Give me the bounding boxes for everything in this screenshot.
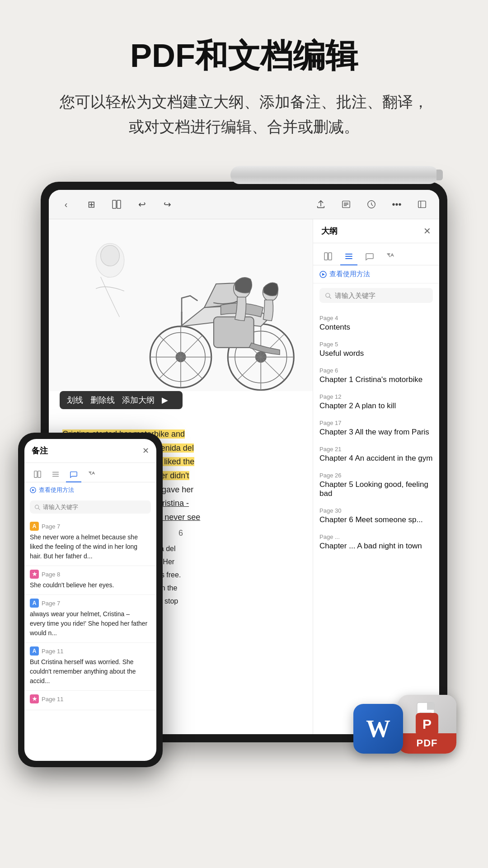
outline-search-box[interactable] — [319, 288, 433, 303]
more-icon[interactable]: ••• — [389, 196, 405, 212]
pdf-app-icon[interactable]: PDF P — [398, 695, 456, 754]
annotate-icon[interactable] — [363, 196, 380, 212]
back-button[interactable]: ‹ — [58, 196, 74, 212]
note-icon-4: A — [30, 646, 39, 656]
svg-rect-25 — [324, 253, 328, 260]
note-item-3[interactable]: A Page 7 always wear your helmet, Cristi… — [24, 595, 156, 643]
pages-icon[interactable] — [108, 196, 125, 212]
svg-rect-44 — [427, 703, 434, 710]
phone-tab-thumbnail[interactable] — [30, 467, 45, 482]
note-text-3: always wear your helmet, Cristina –every… — [30, 609, 151, 638]
note-icon-5: ★ — [30, 694, 39, 703]
outline-help-link[interactable]: 查看使用方法 — [313, 265, 439, 283]
outline-item-title: Chapter ... A bad night in town — [319, 542, 433, 551]
outline-item-ch5[interactable]: Page 26 Chapter 5 Looking good, feeling … — [313, 467, 439, 503]
outline-tab-translate[interactable] — [382, 248, 399, 265]
phone-search-input[interactable] — [43, 504, 146, 510]
outline-item-useful-words[interactable]: Page 5 Useful words — [313, 336, 439, 363]
outline-item-title: Chapter 6 Meet someone sp... — [319, 515, 433, 524]
phone-tab-list[interactable] — [48, 467, 63, 482]
svg-rect-22 — [214, 317, 254, 348]
svg-marker-40 — [32, 489, 34, 491]
phone-search-box[interactable] — [30, 500, 151, 514]
outline-item-title: Useful words — [319, 349, 433, 358]
redo-icon[interactable]: ↪ — [159, 196, 175, 212]
highlight-bar[interactable]: 划线 删除线 添加大纲 ▶ — [60, 391, 183, 409]
svg-rect-35 — [38, 471, 41, 477]
outline-panel: 大纲 ✕ — [313, 219, 439, 734]
svg-line-42 — [38, 508, 40, 509]
outline-item-page: Page 5 — [319, 341, 433, 348]
outline-title: 大纲 — [321, 226, 338, 236]
phone-screen: 备注 ✕ 查看使用方法 — [24, 439, 156, 761]
grid-icon[interactable]: ⊞ — [83, 196, 99, 212]
word-icon-letter: W — [366, 715, 390, 743]
phone-panel-title: 备注 — [32, 445, 48, 456]
note-page-label-5: Page 11 — [42, 696, 63, 703]
note-page-label-4: Page 11 — [42, 648, 63, 655]
pdf-icon-bottom: PDF — [398, 733, 456, 754]
pdf-p-letter: P — [422, 717, 432, 732]
outline-item-ch1[interactable]: Page 6 Chapter 1 Cristina's motorbike — [313, 363, 439, 389]
app-icons-area: W PDF P — [353, 695, 456, 754]
add-outline-action[interactable]: 添加大纲 — [122, 395, 155, 406]
underline-action[interactable]: 划线 — [67, 395, 83, 406]
note-page-3: A Page 7 — [30, 599, 151, 608]
outline-item-title: Chapter 5 Looking good, feeling bad — [319, 480, 433, 498]
note-text-1: She never wore a helmet because she like… — [30, 533, 151, 561]
outline-close-button[interactable]: ✕ — [423, 226, 431, 236]
sidebar-icon[interactable] — [414, 196, 430, 212]
outline-tab-comment[interactable] — [361, 248, 378, 265]
svg-marker-31 — [322, 273, 325, 276]
outline-item-ch4[interactable]: Page 21 Chapter 4 An accident in the gym — [313, 441, 439, 467]
svg-rect-0 — [113, 200, 116, 208]
outline-item-ch2[interactable]: Page 12 Chapter 2 A plan to kill — [313, 389, 439, 415]
outline-item-ch7[interactable]: Page ... Chapter ... A bad night in town — [313, 529, 439, 555]
outline-search-input[interactable] — [335, 292, 427, 299]
phone-help-link[interactable]: 查看使用方法 — [24, 482, 156, 498]
outline-item-contents[interactable]: Page 4 Contents — [313, 310, 439, 336]
outline-item-ch6[interactable]: Page 30 Chapter 6 Meet someone sp... — [313, 503, 439, 529]
highlight-actions-bar: 划线 删除线 添加大纲 ▶ — [49, 391, 313, 418]
note-item-2[interactable]: ★ Page 8 She couldn't believe her eyes. — [24, 566, 156, 595]
phone-tab-comment[interactable] — [66, 467, 81, 482]
note-page-2: ★ Page 8 — [30, 570, 151, 579]
outline-tab-thumbnail[interactable] — [319, 248, 337, 265]
note-page-label-1: Page 7 — [42, 523, 60, 530]
svg-rect-26 — [328, 253, 332, 260]
phone-close-button[interactable]: ✕ — [142, 446, 149, 456]
outline-item-page: Page 12 — [319, 393, 433, 400]
svg-rect-4 — [418, 201, 426, 208]
outline-item-title: Contents — [319, 323, 433, 332]
text-icon[interactable] — [338, 196, 354, 212]
outline-items-list: Page 4 Contents Page 5 Useful words Page… — [313, 307, 439, 734]
strikethrough-action[interactable]: 删除线 — [90, 395, 115, 406]
phone-tab-translate[interactable] — [84, 467, 99, 482]
note-page-4: A Page 11 — [30, 646, 151, 656]
note-page-5: ★ Page 11 — [30, 694, 151, 703]
outline-item-page: Page 17 — [319, 420, 433, 426]
note-item-1[interactable]: A Page 7 She never wore a helmet because… — [24, 518, 156, 566]
share-icon[interactable] — [313, 196, 329, 212]
pdf-label: PDF — [417, 737, 438, 749]
phone-notes-list: A Page 7 She never wore a helmet because… — [24, 516, 156, 761]
stylus — [230, 166, 438, 184]
note-text-4: But Cristina herself was worried. She co… — [30, 657, 151, 686]
phone-tabs — [24, 463, 156, 482]
motorcycle-illustration — [49, 219, 313, 391]
note-page-label-2: Page 8 — [42, 571, 60, 578]
word-app-icon[interactable]: W — [353, 704, 403, 754]
search-icon — [325, 292, 331, 299]
outline-item-title: Chapter 3 All the way from Paris — [319, 428, 433, 437]
note-item-5[interactable]: ★ Page 11 — [24, 691, 156, 710]
svg-line-33 — [329, 297, 331, 298]
hero-subtitle: 您可以轻松为文档建立大纲、添加备注、批注、翻译，或对文档进行编辑、合并或删减。 — [27, 90, 461, 139]
note-icon-2: ★ — [30, 570, 39, 579]
outline-item-title: Chapter 4 An accident in the gym — [319, 454, 433, 463]
outline-tab-list[interactable] — [340, 248, 357, 265]
tablet-toolbar: ‹ ⊞ ↩ ↪ — [49, 190, 439, 219]
undo-icon[interactable]: ↩ — [134, 196, 150, 212]
outline-item-ch3[interactable]: Page 17 Chapter 3 All the way from Paris — [313, 415, 439, 441]
outline-item-title: Chapter 1 Cristina's motorbike — [319, 375, 433, 384]
note-item-4[interactable]: A Page 11 But Cristina herself was worri… — [24, 643, 156, 691]
